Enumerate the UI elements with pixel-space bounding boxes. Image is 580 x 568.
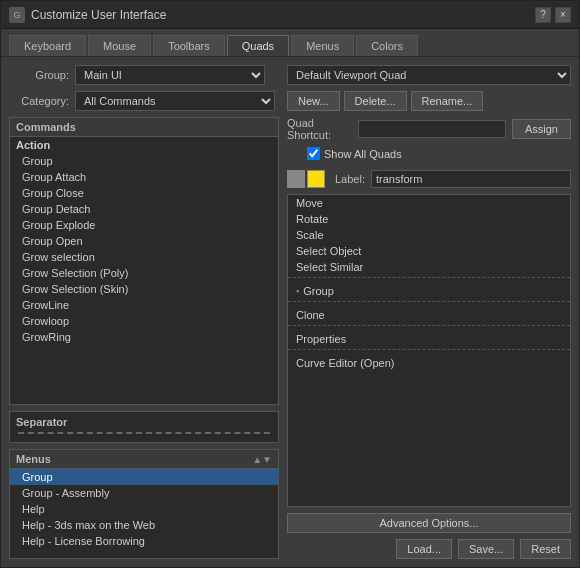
menu-item[interactable]: Help - 3ds max on the Web [10, 517, 278, 533]
category-select[interactable]: All Commands [75, 91, 275, 111]
separator-box: Separator [9, 411, 279, 443]
separator-line [18, 432, 270, 434]
rename-button[interactable]: Rename... [411, 91, 484, 111]
tab-colors[interactable]: Colors [356, 35, 418, 56]
load-button[interactable]: Load... [396, 539, 452, 559]
separator-label: Separator [16, 416, 272, 428]
quad-shortcut-label: Quad Shortcut: [287, 117, 352, 141]
menu-item[interactable]: Group [10, 469, 278, 485]
quad-item[interactable]: Move [288, 195, 570, 211]
quad-item[interactable]: Properties [288, 331, 570, 347]
commands-listbox[interactable]: Commands Action Group Group Attach Group… [9, 117, 279, 405]
delete-button[interactable]: Delete... [344, 91, 407, 111]
quad-item[interactable]: Select Object [288, 243, 570, 259]
list-item[interactable]: Group Close [10, 185, 278, 201]
list-item[interactable]: Grow Selection (Poly) [10, 265, 278, 281]
show-all-quads-row: Show All Quads [307, 147, 571, 160]
list-item[interactable]: Group Attach [10, 169, 278, 185]
reset-button[interactable]: Reset [520, 539, 571, 559]
color-swatch-container [287, 170, 325, 188]
group-label: Group: [9, 69, 69, 81]
advanced-options-button[interactable]: Advanced Options... [287, 513, 571, 533]
tab-quads[interactable]: Quads [227, 35, 289, 56]
commands-header: Commands [10, 118, 278, 137]
quad-item[interactable]: Scale [288, 227, 570, 243]
ndl-buttons: New... Delete... Rename... [287, 91, 571, 111]
title-bar: G Customize User Interface ? × [1, 1, 579, 29]
quad-item[interactable]: Curve Editor (Open) [288, 355, 570, 371]
label-area: Label: [287, 170, 571, 188]
list-item[interactable]: Group Open [10, 233, 278, 249]
title-bar-controls: ? × [535, 7, 571, 23]
list-item[interactable]: Group Explode [10, 217, 278, 233]
quad-item[interactable]: Rotate [288, 211, 570, 227]
color-swatch-yellow[interactable] [307, 170, 325, 188]
tab-mouse[interactable]: Mouse [88, 35, 151, 56]
label-input[interactable] [371, 170, 571, 188]
tab-toolbars[interactable]: Toolbars [153, 35, 225, 56]
category-label: Category: [9, 95, 69, 107]
quad-listbox[interactable]: Move Rotate Scale Select Object Select S… [287, 194, 571, 507]
right-panel: Default Viewport Quad New... Delete... R… [287, 65, 571, 559]
menu-item[interactable]: Group - Assembly [10, 485, 278, 501]
main-window: G Customize User Interface ? × Keyboard … [0, 0, 580, 568]
quad-item[interactable]: Select Similar [288, 259, 570, 275]
list-item[interactable]: Action [10, 137, 278, 153]
group-row: Group: Main UI [9, 65, 279, 85]
label-text-label: Label: [335, 173, 365, 185]
menu-item[interactable]: Help - License Borrowing [10, 533, 278, 549]
list-item[interactable]: Grow Selection (Skin) [10, 281, 278, 297]
menus-header: Menus ▲▼ [10, 450, 278, 469]
tab-keyboard[interactable]: Keyboard [9, 35, 86, 56]
title-bar-left: G Customize User Interface [9, 7, 166, 23]
menus-section: Menus ▲▼ Group Group - Assembly Help Hel… [9, 449, 279, 559]
quad-group-item[interactable]: ▪ Group [288, 283, 570, 299]
list-item[interactable]: Group Detach [10, 201, 278, 217]
menus-scroll-arrows: ▲▼ [252, 454, 272, 465]
shortcut-row: Quad Shortcut: Assign [287, 117, 571, 141]
viewport-quad-select[interactable]: Default Viewport Quad [287, 65, 571, 85]
left-panel: Group: Main UI Category: All Commands Co… [9, 65, 279, 559]
list-item[interactable]: Group [10, 153, 278, 169]
category-row: Category: All Commands [9, 91, 279, 111]
expand-icon: ▪ [296, 286, 299, 296]
assign-button[interactable]: Assign [512, 119, 571, 139]
quad-item[interactable]: Clone [288, 307, 570, 323]
show-all-quads-checkbox[interactable] [307, 147, 320, 160]
menu-item[interactable]: Help [10, 501, 278, 517]
list-item[interactable]: GrowRing [10, 329, 278, 345]
help-button[interactable]: ? [535, 7, 551, 23]
list-item[interactable]: Grow selection [10, 249, 278, 265]
viewport-quad-row: Default Viewport Quad [287, 65, 571, 85]
list-item[interactable]: GrowLine [10, 297, 278, 313]
shortcut-input[interactable] [358, 120, 506, 138]
tabs-bar: Keyboard Mouse Toolbars Quads Menus Colo… [1, 29, 579, 57]
window-title: Customize User Interface [31, 8, 166, 22]
group-select[interactable]: Main UI [75, 65, 265, 85]
close-button[interactable]: × [555, 7, 571, 23]
main-content: Group: Main UI Category: All Commands Co… [1, 57, 579, 567]
list-item[interactable]: Growloop [10, 313, 278, 329]
tab-menus[interactable]: Menus [291, 35, 354, 56]
color-swatch-gray[interactable] [287, 170, 305, 188]
new-button[interactable]: New... [287, 91, 340, 111]
bottom-row: Load... Save... Reset [287, 539, 571, 559]
save-button[interactable]: Save... [458, 539, 514, 559]
app-icon: G [9, 7, 25, 23]
show-all-quads-label: Show All Quads [324, 148, 402, 160]
